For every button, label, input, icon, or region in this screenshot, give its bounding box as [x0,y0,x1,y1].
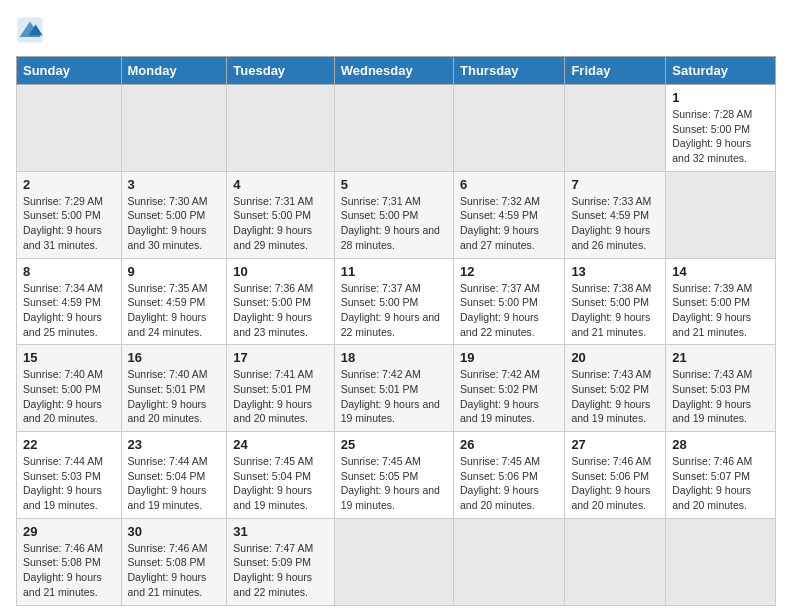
calendar-cell: 17 Sunrise: 7:41 AMSunset: 5:01 PMDaylig… [227,345,334,432]
calendar-cell: 5 Sunrise: 7:31 AMSunset: 5:00 PMDayligh… [334,171,453,258]
calendar-cell: 13 Sunrise: 7:38 AMSunset: 5:00 PMDaylig… [565,258,666,345]
day-number: 23 [128,437,221,452]
column-header-tuesday: Tuesday [227,57,334,85]
day-number: 27 [571,437,659,452]
calendar-cell: 29 Sunrise: 7:46 AMSunset: 5:08 PMDaylig… [17,518,122,605]
column-header-friday: Friday [565,57,666,85]
calendar-cell [454,85,565,172]
day-number: 6 [460,177,558,192]
calendar-cell [334,85,453,172]
calendar-cell: 30 Sunrise: 7:46 AMSunset: 5:08 PMDaylig… [121,518,227,605]
day-number: 11 [341,264,447,279]
logo-icon [16,16,44,44]
calendar-week-row: 1 Sunrise: 7:28 AMSunset: 5:00 PMDayligh… [17,85,776,172]
calendar-cell [565,518,666,605]
calendar-week-row: 8 Sunrise: 7:34 AMSunset: 4:59 PMDayligh… [17,258,776,345]
day-number: 1 [672,90,769,105]
day-number: 21 [672,350,769,365]
calendar-cell [227,85,334,172]
calendar-cell: 1 Sunrise: 7:28 AMSunset: 5:00 PMDayligh… [666,85,776,172]
logo [16,16,48,44]
calendar-cell: 20 Sunrise: 7:43 AMSunset: 5:02 PMDaylig… [565,345,666,432]
calendar-cell [666,518,776,605]
calendar-cell: 14 Sunrise: 7:39 AMSunset: 5:00 PMDaylig… [666,258,776,345]
calendar-cell: 8 Sunrise: 7:34 AMSunset: 4:59 PMDayligh… [17,258,122,345]
calendar-week-row: 29 Sunrise: 7:46 AMSunset: 5:08 PMDaylig… [17,518,776,605]
day-info: Sunrise: 7:34 AMSunset: 4:59 PMDaylight:… [23,282,103,338]
day-number: 16 [128,350,221,365]
calendar-cell [454,518,565,605]
day-info: Sunrise: 7:43 AMSunset: 5:03 PMDaylight:… [672,368,752,424]
day-info: Sunrise: 7:36 AMSunset: 5:00 PMDaylight:… [233,282,313,338]
calendar-cell: 18 Sunrise: 7:42 AMSunset: 5:01 PMDaylig… [334,345,453,432]
calendar-cell: 26 Sunrise: 7:45 AMSunset: 5:06 PMDaylig… [454,432,565,519]
day-number: 25 [341,437,447,452]
day-number: 17 [233,350,327,365]
calendar-week-row: 15 Sunrise: 7:40 AMSunset: 5:00 PMDaylig… [17,345,776,432]
calendar-cell: 15 Sunrise: 7:40 AMSunset: 5:00 PMDaylig… [17,345,122,432]
day-info: Sunrise: 7:44 AMSunset: 5:03 PMDaylight:… [23,455,103,511]
calendar-cell: 25 Sunrise: 7:45 AMSunset: 5:05 PMDaylig… [334,432,453,519]
calendar-cell: 16 Sunrise: 7:40 AMSunset: 5:01 PMDaylig… [121,345,227,432]
day-number: 20 [571,350,659,365]
page-header [16,16,776,44]
day-info: Sunrise: 7:45 AMSunset: 5:06 PMDaylight:… [460,455,540,511]
day-number: 22 [23,437,115,452]
day-info: Sunrise: 7:38 AMSunset: 5:00 PMDaylight:… [571,282,651,338]
column-header-thursday: Thursday [454,57,565,85]
day-info: Sunrise: 7:46 AMSunset: 5:06 PMDaylight:… [571,455,651,511]
day-number: 5 [341,177,447,192]
calendar-cell: 10 Sunrise: 7:36 AMSunset: 5:00 PMDaylig… [227,258,334,345]
calendar-cell: 31 Sunrise: 7:47 AMSunset: 5:09 PMDaylig… [227,518,334,605]
calendar-cell: 6 Sunrise: 7:32 AMSunset: 4:59 PMDayligh… [454,171,565,258]
day-info: Sunrise: 7:47 AMSunset: 5:09 PMDaylight:… [233,542,313,598]
day-number: 24 [233,437,327,452]
calendar-cell: 9 Sunrise: 7:35 AMSunset: 4:59 PMDayligh… [121,258,227,345]
calendar-cell: 4 Sunrise: 7:31 AMSunset: 5:00 PMDayligh… [227,171,334,258]
day-info: Sunrise: 7:43 AMSunset: 5:02 PMDaylight:… [571,368,651,424]
calendar-cell: 24 Sunrise: 7:45 AMSunset: 5:04 PMDaylig… [227,432,334,519]
day-info: Sunrise: 7:46 AMSunset: 5:08 PMDaylight:… [23,542,103,598]
calendar-cell: 11 Sunrise: 7:37 AMSunset: 5:00 PMDaylig… [334,258,453,345]
day-number: 3 [128,177,221,192]
calendar-cell: 7 Sunrise: 7:33 AMSunset: 4:59 PMDayligh… [565,171,666,258]
day-number: 18 [341,350,447,365]
day-info: Sunrise: 7:45 AMSunset: 5:05 PMDaylight:… [341,455,440,511]
column-header-saturday: Saturday [666,57,776,85]
day-info: Sunrise: 7:31 AMSunset: 5:00 PMDaylight:… [233,195,313,251]
day-number: 19 [460,350,558,365]
day-info: Sunrise: 7:33 AMSunset: 4:59 PMDaylight:… [571,195,651,251]
calendar-header-row: SundayMondayTuesdayWednesdayThursdayFrid… [17,57,776,85]
day-info: Sunrise: 7:41 AMSunset: 5:01 PMDaylight:… [233,368,313,424]
day-number: 4 [233,177,327,192]
day-number: 13 [571,264,659,279]
day-info: Sunrise: 7:40 AMSunset: 5:01 PMDaylight:… [128,368,208,424]
day-info: Sunrise: 7:37 AMSunset: 5:00 PMDaylight:… [341,282,440,338]
day-info: Sunrise: 7:35 AMSunset: 4:59 PMDaylight:… [128,282,208,338]
calendar-cell: 19 Sunrise: 7:42 AMSunset: 5:02 PMDaylig… [454,345,565,432]
calendar-week-row: 2 Sunrise: 7:29 AMSunset: 5:00 PMDayligh… [17,171,776,258]
calendar-table: SundayMondayTuesdayWednesdayThursdayFrid… [16,56,776,606]
day-info: Sunrise: 7:44 AMSunset: 5:04 PMDaylight:… [128,455,208,511]
calendar-week-row: 22 Sunrise: 7:44 AMSunset: 5:03 PMDaylig… [17,432,776,519]
calendar-cell [17,85,122,172]
day-info: Sunrise: 7:46 AMSunset: 5:08 PMDaylight:… [128,542,208,598]
calendar-cell [121,85,227,172]
calendar-cell: 28 Sunrise: 7:46 AMSunset: 5:07 PMDaylig… [666,432,776,519]
column-header-sunday: Sunday [17,57,122,85]
day-info: Sunrise: 7:42 AMSunset: 5:02 PMDaylight:… [460,368,540,424]
day-number: 8 [23,264,115,279]
day-info: Sunrise: 7:28 AMSunset: 5:00 PMDaylight:… [672,108,752,164]
day-number: 2 [23,177,115,192]
day-info: Sunrise: 7:30 AMSunset: 5:00 PMDaylight:… [128,195,208,251]
calendar-cell [666,171,776,258]
day-info: Sunrise: 7:32 AMSunset: 4:59 PMDaylight:… [460,195,540,251]
calendar-cell: 3 Sunrise: 7:30 AMSunset: 5:00 PMDayligh… [121,171,227,258]
day-number: 9 [128,264,221,279]
calendar-cell: 27 Sunrise: 7:46 AMSunset: 5:06 PMDaylig… [565,432,666,519]
day-info: Sunrise: 7:31 AMSunset: 5:00 PMDaylight:… [341,195,440,251]
column-header-monday: Monday [121,57,227,85]
day-number: 31 [233,524,327,539]
day-number: 28 [672,437,769,452]
column-header-wednesday: Wednesday [334,57,453,85]
